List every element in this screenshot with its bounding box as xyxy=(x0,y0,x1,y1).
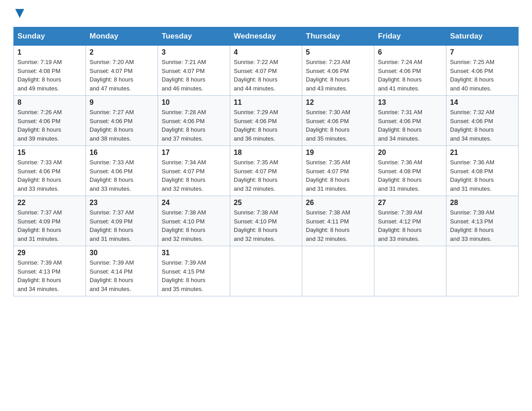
calendar-cell: 23Sunrise: 7:37 AMSunset: 4:09 PMDayligh… xyxy=(86,196,158,246)
day-info: Sunrise: 7:22 AMSunset: 4:07 PMDaylight:… xyxy=(234,58,298,93)
calendar-cell: 1Sunrise: 7:19 AMSunset: 4:08 PMDaylight… xyxy=(14,46,86,96)
day-info: Sunrise: 7:37 AMSunset: 4:09 PMDaylight:… xyxy=(90,208,154,243)
calendar-cell: 15Sunrise: 7:33 AMSunset: 4:06 PMDayligh… xyxy=(14,146,86,196)
day-number: 26 xyxy=(306,199,370,207)
col-header-tuesday: Tuesday xyxy=(158,27,230,46)
calendar-cell: 21Sunrise: 7:36 AMSunset: 4:08 PMDayligh… xyxy=(446,146,519,196)
day-number: 1 xyxy=(17,48,82,56)
col-header-sunday: Sunday xyxy=(14,27,86,46)
calendar-cell: 14Sunrise: 7:32 AMSunset: 4:06 PMDayligh… xyxy=(446,96,519,146)
day-info: Sunrise: 7:39 AMSunset: 4:14 PMDaylight:… xyxy=(90,258,154,293)
logo-triangle-icon xyxy=(15,9,24,18)
day-number: 27 xyxy=(378,199,442,207)
day-info: Sunrise: 7:39 AMSunset: 4:13 PMDaylight:… xyxy=(450,208,515,243)
day-info: Sunrise: 7:31 AMSunset: 4:06 PMDaylight:… xyxy=(378,108,442,143)
calendar-cell: 26Sunrise: 7:38 AMSunset: 4:11 PMDayligh… xyxy=(302,196,374,246)
calendar-cell: 4Sunrise: 7:22 AMSunset: 4:07 PMDaylight… xyxy=(230,46,302,96)
day-info: Sunrise: 7:38 AMSunset: 4:10 PMDaylight:… xyxy=(234,208,298,243)
day-info: Sunrise: 7:37 AMSunset: 4:09 PMDaylight:… xyxy=(17,208,82,243)
day-info: Sunrise: 7:33 AMSunset: 4:06 PMDaylight:… xyxy=(90,158,154,193)
day-number: 14 xyxy=(450,98,515,107)
calendar-cell: 16Sunrise: 7:33 AMSunset: 4:06 PMDayligh… xyxy=(86,146,158,196)
day-number: 24 xyxy=(162,199,226,207)
day-number: 15 xyxy=(17,149,82,157)
calendar-cell: 12Sunrise: 7:30 AMSunset: 4:06 PMDayligh… xyxy=(302,96,374,146)
day-number: 4 xyxy=(234,48,298,56)
day-info: Sunrise: 7:36 AMSunset: 4:08 PMDaylight:… xyxy=(450,158,515,193)
day-info: Sunrise: 7:36 AMSunset: 4:08 PMDaylight:… xyxy=(378,158,442,193)
day-number: 5 xyxy=(306,48,370,56)
day-number: 6 xyxy=(378,48,442,56)
calendar-cell: 10Sunrise: 7:28 AMSunset: 4:06 PMDayligh… xyxy=(158,96,230,146)
week-row-1: 1Sunrise: 7:19 AMSunset: 4:08 PMDaylight… xyxy=(14,46,519,96)
calendar-cell: 5Sunrise: 7:23 AMSunset: 4:06 PMDaylight… xyxy=(302,46,374,96)
calendar-cell: 7Sunrise: 7:25 AMSunset: 4:06 PMDaylight… xyxy=(446,46,519,96)
day-info: Sunrise: 7:20 AMSunset: 4:07 PMDaylight:… xyxy=(90,58,154,93)
day-info: Sunrise: 7:39 AMSunset: 4:15 PMDaylight:… xyxy=(162,258,226,293)
day-info: Sunrise: 7:38 AMSunset: 4:11 PMDaylight:… xyxy=(306,208,370,243)
day-info: Sunrise: 7:35 AMSunset: 4:07 PMDaylight:… xyxy=(234,158,298,193)
day-number: 17 xyxy=(162,149,226,157)
calendar-cell: 13Sunrise: 7:31 AMSunset: 4:06 PMDayligh… xyxy=(374,96,446,146)
day-number: 11 xyxy=(234,98,298,107)
day-info: Sunrise: 7:27 AMSunset: 4:06 PMDaylight:… xyxy=(90,108,154,143)
day-info: Sunrise: 7:21 AMSunset: 4:07 PMDaylight:… xyxy=(162,58,226,93)
calendar-cell: 28Sunrise: 7:39 AMSunset: 4:13 PMDayligh… xyxy=(446,196,519,246)
col-header-monday: Monday xyxy=(86,27,158,46)
day-number: 19 xyxy=(306,149,370,157)
day-info: Sunrise: 7:23 AMSunset: 4:06 PMDaylight:… xyxy=(306,58,370,93)
calendar-cell: 20Sunrise: 7:36 AMSunset: 4:08 PMDayligh… xyxy=(374,146,446,196)
calendar-cell: 17Sunrise: 7:34 AMSunset: 4:07 PMDayligh… xyxy=(158,146,230,196)
day-info: Sunrise: 7:38 AMSunset: 4:10 PMDaylight:… xyxy=(162,208,226,243)
day-number: 30 xyxy=(90,249,154,257)
day-number: 21 xyxy=(450,149,515,157)
day-info: Sunrise: 7:32 AMSunset: 4:06 PMDaylight:… xyxy=(450,108,515,143)
calendar-cell: 11Sunrise: 7:29 AMSunset: 4:06 PMDayligh… xyxy=(230,96,302,146)
day-number: 23 xyxy=(90,199,154,207)
calendar-cell: 22Sunrise: 7:37 AMSunset: 4:09 PMDayligh… xyxy=(14,196,86,246)
week-row-3: 15Sunrise: 7:33 AMSunset: 4:06 PMDayligh… xyxy=(14,146,519,196)
calendar-cell: 2Sunrise: 7:20 AMSunset: 4:07 PMDaylight… xyxy=(86,46,158,96)
day-number: 22 xyxy=(17,199,82,207)
day-number: 12 xyxy=(306,98,370,107)
calendar-cell: 29Sunrise: 7:39 AMSunset: 4:13 PMDayligh… xyxy=(14,246,86,296)
col-header-friday: Friday xyxy=(374,27,446,46)
day-info: Sunrise: 7:28 AMSunset: 4:06 PMDaylight:… xyxy=(162,108,226,143)
day-number: 28 xyxy=(450,199,515,207)
calendar-cell: 8Sunrise: 7:26 AMSunset: 4:06 PMDaylight… xyxy=(14,96,86,146)
day-number: 16 xyxy=(90,149,154,157)
day-number: 7 xyxy=(450,48,515,56)
calendar-cell: 30Sunrise: 7:39 AMSunset: 4:14 PMDayligh… xyxy=(86,246,158,296)
day-number: 10 xyxy=(162,98,226,107)
day-info: Sunrise: 7:24 AMSunset: 4:06 PMDaylight:… xyxy=(378,58,442,93)
day-info: Sunrise: 7:30 AMSunset: 4:06 PMDaylight:… xyxy=(306,108,370,143)
calendar-header-row: SundayMondayTuesdayWednesdayThursdayFrid… xyxy=(14,27,519,46)
col-header-thursday: Thursday xyxy=(302,27,374,46)
calendar-cell: 25Sunrise: 7:38 AMSunset: 4:10 PMDayligh… xyxy=(230,196,302,246)
day-number: 20 xyxy=(378,149,442,157)
day-number: 3 xyxy=(162,48,226,56)
day-number: 29 xyxy=(17,249,82,257)
calendar-cell: 6Sunrise: 7:24 AMSunset: 4:06 PMDaylight… xyxy=(374,46,446,96)
day-number: 8 xyxy=(17,98,82,107)
day-info: Sunrise: 7:34 AMSunset: 4:07 PMDaylight:… xyxy=(162,158,226,193)
calendar-table: SundayMondayTuesdayWednesdayThursdayFrid… xyxy=(13,27,519,296)
day-info: Sunrise: 7:39 AMSunset: 4:13 PMDaylight:… xyxy=(17,258,82,293)
day-info: Sunrise: 7:35 AMSunset: 4:07 PMDaylight:… xyxy=(306,158,370,193)
day-number: 2 xyxy=(90,48,154,56)
logo xyxy=(13,9,24,18)
calendar-cell: 19Sunrise: 7:35 AMSunset: 4:07 PMDayligh… xyxy=(302,146,374,196)
page-header xyxy=(13,9,519,18)
calendar-cell xyxy=(446,246,519,296)
week-row-4: 22Sunrise: 7:37 AMSunset: 4:09 PMDayligh… xyxy=(14,196,519,246)
calendar-cell: 31Sunrise: 7:39 AMSunset: 4:15 PMDayligh… xyxy=(158,246,230,296)
calendar-cell xyxy=(302,246,374,296)
day-info: Sunrise: 7:29 AMSunset: 4:06 PMDaylight:… xyxy=(234,108,298,143)
calendar-cell: 3Sunrise: 7:21 AMSunset: 4:07 PMDaylight… xyxy=(158,46,230,96)
week-row-2: 8Sunrise: 7:26 AMSunset: 4:06 PMDaylight… xyxy=(14,96,519,146)
day-number: 25 xyxy=(234,199,298,207)
day-number: 9 xyxy=(90,98,154,107)
calendar-cell: 24Sunrise: 7:38 AMSunset: 4:10 PMDayligh… xyxy=(158,196,230,246)
day-number: 13 xyxy=(378,98,442,107)
col-header-wednesday: Wednesday xyxy=(230,27,302,46)
